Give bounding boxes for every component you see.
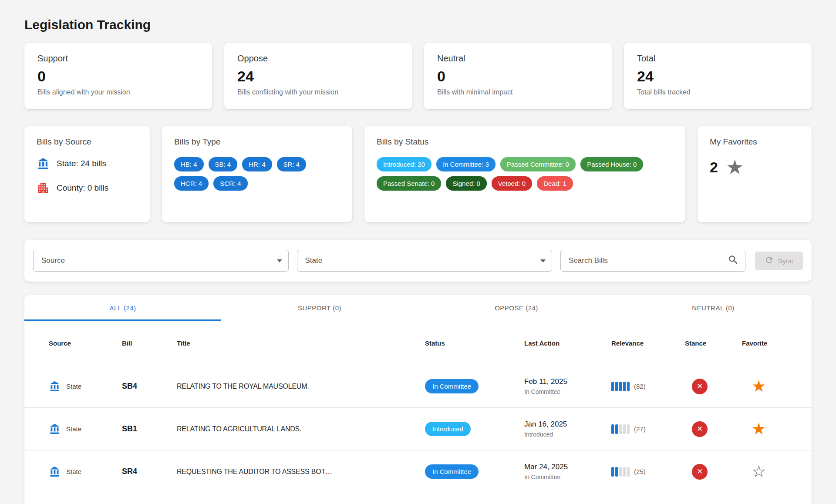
favorite-cell: ★: [742, 378, 787, 394]
status-cell: In Committee: [425, 464, 524, 479]
state-filter-select[interactable]: State: [297, 250, 553, 272]
stat-description: Bills aligned with your mission: [37, 88, 199, 96]
stat-card-neutral: Neutral 0 Bills with minimal impact: [424, 43, 612, 109]
tab-oppose[interactable]: OPPOSE (24): [418, 295, 615, 321]
stance-cell: ✕: [685, 464, 742, 480]
type-badges: HB: 4 SB: 4 HR: 4 SR: 4 HCR: 4 SCR: 4: [174, 157, 340, 191]
column-header-bill: Bill: [122, 339, 177, 347]
legislation-tracking-page: Legislation Tracking Support 0 Bills ali…: [0, 0, 836, 504]
table-row: State SB4 RELATING TO THE ROYAL MAUSOLEU…: [24, 365, 812, 407]
page-title: Legislation Tracking: [24, 17, 812, 32]
source-filter-select[interactable]: Source: [33, 250, 289, 272]
source-item-label: State: 24 bills: [57, 159, 106, 168]
source-label: State: [66, 383, 81, 390]
source-filter-label: Source: [41, 256, 65, 265]
table-row: State SR4 REQUESTING THE AUDITOR TO ASSE…: [24, 450, 812, 493]
stat-card-total: Total 24 Total bills tracked: [624, 43, 812, 109]
stat-label: Support: [37, 54, 199, 64]
status-badge: Introduced: 20: [377, 157, 431, 171]
relevance-score: (82): [634, 383, 646, 390]
last-action-cell: Feb 11, 2025 In Committee: [524, 377, 611, 395]
status-badge: Vetoed: 0: [492, 176, 532, 191]
type-badge: SR: 4: [277, 157, 307, 171]
card-title: My Favorites: [710, 137, 799, 147]
stat-description: Total bills tracked: [637, 88, 799, 96]
oppose-stance-icon[interactable]: ✕: [692, 464, 708, 480]
source-item-label: County: 0 bills: [57, 183, 108, 193]
county-building-icon: [37, 181, 50, 195]
stat-description: Bills with minimal impact: [437, 88, 599, 96]
oppose-stance-icon[interactable]: ✕: [692, 421, 708, 437]
refresh-icon: [765, 255, 774, 266]
bank-icon: [37, 157, 50, 170]
type-badge: SCR: 4: [213, 176, 247, 191]
column-header-status: Status: [425, 339, 524, 347]
stat-cards-row: Support 0 Bills aligned with your missio…: [24, 43, 812, 109]
state-filter-label: State: [305, 256, 323, 265]
source-cell: State: [49, 380, 122, 392]
favorite-star-icon[interactable]: ★: [752, 377, 766, 395]
stat-label: Total: [637, 54, 799, 64]
card-title: Bills by Type: [174, 137, 340, 147]
last-action-date: Mar 24, 2025: [524, 463, 611, 471]
tab-support[interactable]: SUPPORT (0): [221, 295, 418, 321]
last-action-date: Feb 11, 2025: [524, 377, 611, 386]
tab-all[interactable]: ALL (24): [24, 295, 221, 321]
oppose-stance-icon[interactable]: ✕: [692, 379, 708, 394]
bill-title: RELATING TO THE ROYAL MAUSOLEUM.: [177, 383, 425, 390]
last-action-cell: Jan 16, 2025 Introduced: [524, 420, 611, 438]
status-cell: Introduced: [425, 422, 524, 436]
source-item-state: State: 24 bills: [37, 157, 138, 170]
stat-card-oppose: Oppose 24 Bills conflicting with your mi…: [224, 43, 412, 109]
bills-by-source-card: Bills by Source State: 24 bills: [24, 126, 150, 222]
last-action-status: Introduced: [524, 431, 611, 438]
search-bills-input[interactable]: [569, 256, 728, 265]
favorites-count-line: 2 ★: [710, 157, 799, 177]
favorite-star-icon[interactable]: ★: [752, 420, 766, 438]
stance-cell: ✕: [685, 421, 742, 437]
last-action-status: In Committee: [524, 474, 611, 480]
source-cell: State: [49, 466, 122, 477]
star-icon: ★: [726, 157, 744, 177]
bills-table-card: ALL (24) SUPPORT (0) OPPOSE (24) NEUTRAL…: [24, 295, 812, 504]
chevron-down-icon: [540, 259, 546, 262]
relevance-bars: [611, 424, 630, 434]
status-badge: In Committee: 3: [436, 157, 496, 171]
summary-cards-row: Bills by Source State: 24 bills: [24, 126, 812, 222]
stat-value: 24: [637, 68, 799, 85]
type-badge: HR: 4: [242, 157, 272, 171]
column-header-lastaction: Last Action: [524, 339, 611, 347]
status-badge: Introduced: [425, 422, 471, 436]
relevance-bars: [611, 382, 630, 391]
table-row-partial: [24, 493, 812, 504]
status-badge: In Committee: [425, 379, 479, 393]
relevance-cell: (27): [611, 424, 685, 434]
card-title: Bills by Status: [377, 137, 673, 147]
status-badge: In Committee: [425, 464, 479, 479]
status-badge: Passed House: 0: [580, 157, 643, 171]
tab-neutral[interactable]: NEUTRAL (0): [615, 295, 812, 321]
status-badge: Passed Committee: 0: [500, 157, 576, 171]
type-badge: HCR: 4: [174, 176, 209, 191]
bills-by-status-card: Bills by Status Introduced: 20 In Commit…: [364, 126, 685, 222]
status-cell: In Committee: [425, 379, 524, 393]
status-badge: Signed: 0: [446, 176, 486, 191]
stat-value: 24: [237, 68, 399, 85]
chevron-down-icon: [277, 259, 282, 262]
last-action-date: Jan 16, 2025: [524, 420, 611, 429]
bill-title: RELATING TO AGRICULTURAL LANDS.: [177, 425, 425, 433]
stat-label: Neutral: [437, 54, 599, 64]
card-title: Bills by Source: [37, 137, 138, 147]
column-header-title: Title: [177, 339, 425, 347]
filter-bar: Source State Sync: [24, 240, 812, 282]
stat-value: 0: [37, 68, 199, 85]
column-header-favorite: Favorite: [742, 339, 787, 347]
table-row: State SB1 RELATING TO AGRICULTURAL LANDS…: [24, 407, 812, 450]
favorites-count: 2: [710, 159, 718, 176]
column-header-stance: Stance: [685, 339, 742, 347]
bank-icon: [49, 380, 61, 392]
sync-button[interactable]: Sync: [755, 252, 803, 270]
favorite-star-icon[interactable]: ☆: [752, 463, 766, 480]
source-cell: State: [49, 423, 122, 435]
search-icon[interactable]: [728, 254, 739, 267]
